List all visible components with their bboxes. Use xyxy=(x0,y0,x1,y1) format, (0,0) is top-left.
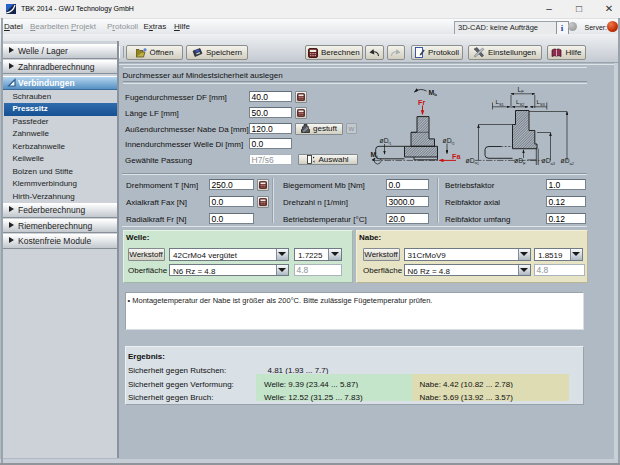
svg-text:øDF: øDF xyxy=(514,157,526,165)
svg-text:LS1: LS1 xyxy=(496,98,505,106)
svg-text:LS3: LS3 xyxy=(537,98,546,106)
svg-text:Mt: Mt xyxy=(371,151,379,159)
svg-text:øDa2: øDa2 xyxy=(561,157,575,166)
svg-text:LF: LF xyxy=(518,86,525,94)
svg-text:øDa3: øDa3 xyxy=(542,157,556,166)
svg-text:Fa: Fa xyxy=(452,152,461,161)
svg-text:øDi2: øDi2 xyxy=(443,137,455,146)
svg-text:LS2: LS2 xyxy=(516,98,525,106)
svg-text:øDi1: øDi1 xyxy=(380,137,392,146)
svg-text:øDa1: øDa1 xyxy=(466,157,480,166)
svg-text:Fr: Fr xyxy=(418,98,425,107)
svg-text:Mb: Mb xyxy=(429,89,438,97)
